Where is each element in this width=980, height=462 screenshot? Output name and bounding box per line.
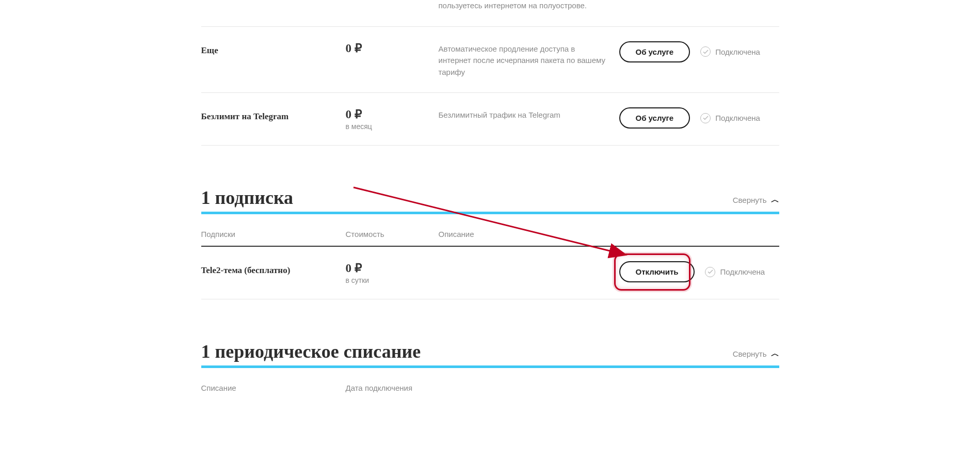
subscription-row: Tele2-тема (бесплатно) 0 ₽ в сутки Отклю… [201,247,779,299]
subscription-price: 0 ₽ в сутки [346,261,439,284]
section-header-subscriptions: 1 подписка Свернуть ︿ [201,187,779,212]
service-name: Еще [201,41,346,56]
service-description: Безлимитный трафик на Telegram [439,107,619,121]
check-icon [700,113,711,123]
price-period: в сутки [346,276,439,284]
section-header-periodic: 1 периодическое списание Свернуть ︿ [201,341,779,365]
price-value: 0 ₽ [346,107,439,121]
subscription-name: Tele2-тема (бесплатно) [201,261,346,276]
section-divider [201,365,779,368]
service-row: Безлимит на Telegram 0 ₽ в месяц Безлими… [201,93,779,146]
section-title: 1 периодическое списание [201,341,421,362]
check-icon [700,46,711,57]
status-badge: Подключена [700,46,760,57]
status-text: Подключена [720,267,765,276]
status-badge: Подключена [705,267,765,277]
check-icon [705,267,715,277]
column-header-desc: Описание [439,230,779,238]
price-value: 0 ₽ [346,261,439,275]
price-value: 0 ₽ [346,41,439,55]
collapse-label: Свернуть [733,196,767,204]
section-title: 1 подписка [201,187,294,209]
status-badge: Подключена [700,113,760,123]
collapse-toggle[interactable]: Свернуть ︿ [733,195,779,209]
table-header: Списание Дата подключения [201,384,779,400]
disable-button[interactable]: Отключить [619,261,695,282]
collapse-toggle[interactable]: Свернуть ︿ [733,348,779,362]
section-divider [201,212,779,214]
column-header-cost: Стоимость [346,230,439,238]
status-text: Подключена [715,47,760,56]
service-price: 0 ₽ в месяц [346,107,439,131]
chevron-up-icon: ︿ [771,195,779,205]
service-price: 0 ₽ [346,41,439,55]
collapse-label: Свернуть [733,349,767,358]
service-description: Автоматическое продление доступа в интер… [439,41,619,78]
subscription-description [439,261,619,263]
about-service-button[interactable]: Об услуге [619,41,690,62]
service-description: пользуетесь интернетом на полуострове. [439,0,619,12]
column-header-name: Списание [201,384,346,392]
status-text: Подключена [715,114,760,122]
service-name [201,0,346,4]
service-row: Еще 0 ₽ Автоматическое продление доступа… [201,27,779,93]
service-name: Безлимит на Telegram [201,107,346,122]
price-period: в месяц [346,122,439,131]
chevron-up-icon: ︿ [771,348,779,359]
about-service-button[interactable]: Об услуге [619,107,690,129]
table-header: Подписки Стоимость Описание [201,230,779,247]
service-row: пользуетесь интернетом на полуострове. [201,0,779,27]
column-header-name: Подписки [201,230,346,238]
column-header-date: Дата подключения [346,384,779,392]
